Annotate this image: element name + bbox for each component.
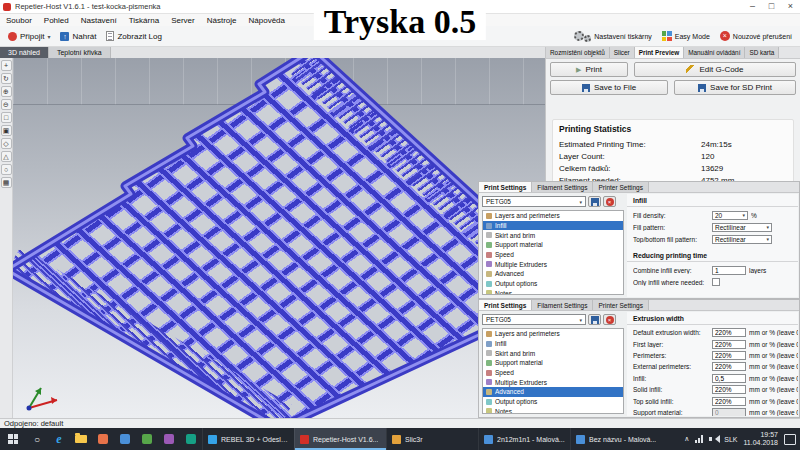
menu-napoveda[interactable]: Nápověda: [243, 16, 291, 25]
tab-print-settings[interactable]: Print Settings: [479, 182, 532, 192]
notification-center-icon[interactable]: [784, 434, 796, 445]
task-slic3r[interactable]: Slic3r: [386, 428, 478, 450]
show-log-button[interactable]: Zobrazit Log: [101, 29, 166, 43]
tool-zoom-out-icon[interactable]: ⊖: [1, 99, 12, 110]
tool-rotate-icon[interactable]: ↻: [1, 73, 12, 84]
network-icon[interactable]: [695, 435, 703, 443]
tree-item-advanced[interactable]: Advanced: [483, 269, 623, 279]
tree-item-notes[interactable]: Notes: [483, 407, 623, 415]
menu-pohled[interactable]: Pohled: [38, 16, 75, 25]
pinned-app-button[interactable]: [180, 428, 202, 450]
tool-move-icon[interactable]: +: [1, 60, 12, 71]
menu-nastroje[interactable]: Nástroje: [201, 16, 243, 25]
emergency-stop-button[interactable]: × Nouzové přerušení: [715, 29, 797, 43]
top-bottom-fill-pattern-select[interactable]: Rectilinear ▾: [712, 235, 772, 244]
viewport-3d[interactable]: [13, 58, 545, 418]
pinned-edge-button[interactable]: e: [48, 428, 70, 450]
delete-preset-button[interactable]: ×: [603, 314, 616, 325]
tool-iso-view-icon[interactable]: ◇: [1, 138, 12, 149]
pinned-app-button[interactable]: [114, 428, 136, 450]
tree-item-extruders[interactable]: Multiple Extruders: [483, 259, 623, 269]
menu-tiskarna[interactable]: Tiskárna: [123, 16, 165, 25]
tab-print-preview[interactable]: Print Preview: [635, 47, 685, 58]
preset-select[interactable]: PETG05 ▾: [482, 196, 586, 207]
tree-item-advanced[interactable]: Advanced: [483, 387, 623, 397]
tab-filament-settings[interactable]: Filament Settings: [532, 300, 593, 310]
tree-item-speed[interactable]: Speed: [483, 250, 623, 260]
pinned-app-button[interactable]: [158, 428, 180, 450]
language-indicator[interactable]: SLK: [724, 436, 737, 443]
tool-layer-view-icon[interactable]: ▦: [1, 177, 12, 188]
tool-side-view-icon[interactable]: ○: [1, 164, 12, 175]
edit-gcode-button[interactable]: Edit G-Code: [634, 62, 796, 77]
save-for-sd-button[interactable]: Save for SD Print: [674, 80, 796, 95]
tray-chevron-up-icon[interactable]: ∧: [684, 435, 689, 443]
save-preset-button[interactable]: [588, 314, 601, 325]
tab-printer-settings[interactable]: Printer Settings: [593, 300, 648, 310]
tree-item-infill[interactable]: Infill: [483, 339, 623, 349]
perimeters-width-input[interactable]: [712, 351, 746, 360]
task-rebel3d[interactable]: REBEL 3D + Odeslat...: [202, 428, 294, 450]
tree-item-layers[interactable]: Layers and perimeters: [483, 329, 623, 339]
load-button[interactable]: ↑ Nahrát: [55, 30, 101, 43]
task-paint-2[interactable]: Bez názvu - Malová...: [570, 428, 662, 450]
tree-item-speed[interactable]: Speed: [483, 368, 623, 378]
task-paint-1[interactable]: 2n12m1n1 - Malová...: [478, 428, 570, 450]
tree-item-support[interactable]: Support material: [483, 240, 623, 250]
menu-nastaveni[interactable]: Nastavení: [75, 16, 123, 25]
close-button[interactable]: ×: [781, 0, 800, 13]
first-layer-width-input[interactable]: [712, 340, 746, 349]
tool-zoom-in-icon[interactable]: ⊕: [1, 86, 12, 97]
delete-preset-button[interactable]: ×: [603, 196, 616, 207]
taskbar-clock[interactable]: 19:57 11.04.2018: [743, 431, 778, 447]
tab-print-settings[interactable]: Print Settings: [479, 300, 532, 310]
pinned-app-button[interactable]: [92, 428, 114, 450]
speaker-icon[interactable]: [709, 435, 718, 443]
tab-printer-settings[interactable]: Printer Settings: [593, 182, 648, 192]
tab-sd-card[interactable]: SD karta: [745, 47, 779, 58]
tab-filament-settings[interactable]: Filament Settings: [532, 182, 593, 192]
external-perimeters-width-input[interactable]: [712, 362, 746, 371]
pinned-folder-button[interactable]: [70, 428, 92, 450]
minimize-button[interactable]: –: [743, 0, 762, 13]
start-button[interactable]: [0, 428, 26, 450]
easy-mode-button[interactable]: Easy Mode: [657, 29, 715, 43]
tree-item-output[interactable]: Output options: [483, 279, 623, 289]
tree-item-skirt[interactable]: Skirt and brim: [483, 230, 623, 240]
infill-width-input[interactable]: [712, 374, 746, 383]
printer-settings-button[interactable]: Nastavení tiskárny: [569, 29, 657, 44]
tree-item-layers[interactable]: Layers and perimeters: [483, 211, 623, 221]
tab-object-placement[interactable]: Rozmístění objektů: [546, 47, 610, 58]
combine-infill-input[interactable]: [712, 266, 746, 275]
default-extrusion-width-input[interactable]: [712, 328, 746, 337]
support-material-width-input[interactable]: [712, 408, 746, 416]
tree-item-notes[interactable]: Notes: [483, 289, 623, 296]
tool-front-view-icon[interactable]: △: [1, 151, 12, 162]
menu-server[interactable]: Server: [165, 16, 201, 25]
tab-manual-control[interactable]: Manuální ovládání: [684, 47, 745, 58]
tree-item-output[interactable]: Output options: [483, 397, 623, 407]
search-button[interactable]: ○: [26, 434, 48, 445]
tab-3d-view[interactable]: 3D náhled: [0, 47, 49, 58]
preset-select[interactable]: PETG05 ▾: [482, 314, 586, 325]
connect-button[interactable]: Připojit ▾: [3, 30, 55, 43]
print-button[interactable]: ▶ Print: [550, 62, 628, 77]
maximize-button[interactable]: □: [762, 0, 781, 13]
task-repetier-host[interactable]: Repetier-Host V1.6...: [294, 428, 386, 450]
fill-density-select[interactable]: 20 ▾: [712, 211, 748, 220]
tree-item-support[interactable]: Support material: [483, 358, 623, 368]
fill-pattern-select[interactable]: Rectilinear ▾: [712, 223, 772, 232]
tree-item-infill[interactable]: Infill: [483, 221, 623, 231]
tool-top-view-icon[interactable]: ▣: [1, 125, 12, 136]
tool-fit-view-icon[interactable]: □: [1, 112, 12, 123]
top-solid-infill-width-input[interactable]: [712, 397, 746, 406]
tree-item-extruders[interactable]: Multiple Extruders: [483, 377, 623, 387]
tab-temp-curve[interactable]: Teplotní křivka: [49, 47, 111, 58]
only-infill-where-needed-checkbox[interactable]: [712, 278, 720, 286]
save-preset-button[interactable]: [588, 196, 601, 207]
pinned-app-button[interactable]: [136, 428, 158, 450]
tree-item-skirt[interactable]: Skirt and brim: [483, 348, 623, 358]
save-to-file-button[interactable]: Save to File: [550, 80, 668, 95]
menu-soubor[interactable]: Soubor: [0, 16, 38, 25]
tab-slicer[interactable]: Slicer: [610, 47, 635, 58]
